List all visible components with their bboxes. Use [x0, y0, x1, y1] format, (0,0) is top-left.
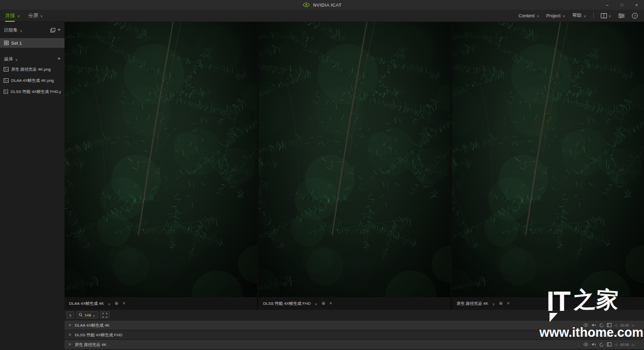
frame-box-icon[interactable] — [607, 333, 611, 337]
magnifier-icon — [79, 313, 83, 317]
chevron-down-icon: ∨ — [15, 58, 18, 61]
step-back-icon[interactable]: ◁ — [615, 324, 617, 327]
comparison-image-3[interactable] — [452, 22, 644, 297]
panel-label-bar-1: DLAA 4X帧生成 4K ∨ ⊕ × — [65, 297, 257, 310]
foliage-image — [259, 22, 450, 297]
visibility-eye-icon[interactable] — [583, 333, 589, 337]
menu-content[interactable]: Content ∨ — [519, 13, 539, 18]
image-icon — [4, 78, 9, 83]
loop-icon[interactable] — [599, 323, 604, 328]
zoom-control[interactable]: 148 ∨ — [76, 311, 98, 319]
window-title: NVIDIA ICAT — [313, 3, 341, 8]
panel-media-label: 原生 路径光追 4K — [457, 301, 488, 306]
svg-text:?: ? — [634, 13, 636, 18]
tab-split-screen[interactable]: 分屏 ∨ — [28, 10, 43, 22]
sliders-icon — [618, 13, 625, 18]
menu-content-label: Content — [519, 13, 535, 18]
target-icon[interactable]: ⊕ — [321, 301, 326, 306]
menu-help-label: 帮助 — [572, 12, 582, 19]
target-icon[interactable]: ⊕ — [499, 301, 503, 306]
media-row-label: DLSS 性能 4X帧生成 FHD — [75, 332, 122, 338]
chevron-up-icon: ∧ — [69, 313, 72, 317]
timecode: 00:00 — [620, 343, 629, 346]
adjustments-button[interactable] — [618, 13, 625, 18]
minimize-button[interactable]: – — [600, 0, 615, 10]
media-row-dlaa[interactable]: × DLAA 4X帧生成 4K ◁ 00:00 ▷ — [65, 320, 644, 330]
chevron-down-icon: ∨ — [584, 14, 586, 18]
menu-project[interactable]: Project ∨ — [546, 13, 565, 18]
foliage-image — [452, 22, 644, 297]
viewer-panel-3[interactable]: 原生 路径光追 4K ∨ ⊕ × — [452, 22, 644, 310]
chevron-down-icon[interactable]: ∨ — [492, 302, 495, 306]
target-icon[interactable]: ⊕ — [115, 301, 119, 306]
sidebar: 比较集 ∨ + Set 1 媒体 ∨ + 原生 路径光追 4K.png — [0, 22, 65, 350]
panel-label-bar-3: 原生 路径光追 4K ∨ ⊕ × — [452, 297, 644, 310]
add-set-button[interactable]: + — [57, 27, 60, 33]
close-icon[interactable]: × — [122, 301, 125, 306]
step-back-icon[interactable]: ◁ — [615, 333, 617, 337]
chevron-down-icon: ∨ — [20, 29, 22, 33]
remove-media-icon[interactable]: × — [69, 342, 71, 347]
media-item-label: 原生 路径光追 4K.png — [11, 67, 51, 72]
comparison-image-2[interactable] — [259, 22, 450, 297]
menu-help[interactable]: 帮助 ∨ — [572, 12, 586, 19]
visibility-eye-icon[interactable] — [583, 342, 589, 346]
chevron-down-icon: ∨ — [17, 14, 20, 18]
step-back-icon[interactable]: ◁ — [615, 343, 617, 346]
close-button[interactable]: × — [629, 0, 644, 10]
loop-icon[interactable] — [599, 342, 604, 347]
media-item-label: DLSS 性能 4X帧生成 FHD.png — [11, 89, 61, 94]
chevron-down-icon[interactable]: ∨ — [108, 302, 110, 306]
timecode: 00:00 — [620, 324, 629, 327]
chevron-down-icon[interactable]: ∨ — [315, 302, 317, 306]
comparison-viewer: DLAA 4X帧生成 4K ∨ ⊕ × DLSS 性能 4X帧生成 FHD ∨ … — [65, 22, 644, 310]
media-row-native[interactable]: × 原生 路径光追 4K ◁ 00:00 ▷ — [65, 339, 644, 349]
set-grid-icon — [4, 41, 9, 45]
media-header[interactable]: 媒体 ∨ + — [0, 55, 65, 63]
loop-icon[interactable] — [599, 333, 604, 337]
frame-box-icon[interactable] — [607, 342, 611, 346]
media-list-panel: ∧ 148 ∨ × DLAA 4X帧生成 4K — [65, 310, 644, 350]
step-forward-icon[interactable]: ▷ — [632, 324, 635, 327]
comparison-set-header[interactable]: 比较集 ∨ + — [0, 26, 65, 34]
remove-media-icon[interactable]: × — [69, 333, 71, 337]
mute-audio-icon[interactable] — [592, 323, 596, 327]
collection-icon[interactable] — [50, 28, 55, 33]
menu-bar: 并排 ∨ 分屏 ∨ Content ∨ Project ∨ 帮助 ∨ ∨ — [0, 10, 644, 22]
comparison-set-label: 比较集 — [4, 27, 18, 34]
frame-box-icon[interactable] — [607, 323, 611, 327]
tab-side-by-side-label: 并排 — [5, 12, 15, 19]
mute-audio-icon[interactable] — [592, 342, 596, 346]
restore-button[interactable]: □ — [615, 0, 629, 10]
tab-side-by-side[interactable]: 并排 ∨ — [5, 10, 20, 22]
chevron-down-icon: ∨ — [92, 314, 95, 317]
layout-selector[interactable]: ∨ — [601, 13, 611, 18]
columns-layout-icon — [601, 13, 607, 18]
add-media-button[interactable]: + — [57, 56, 60, 61]
close-icon[interactable]: × — [329, 301, 332, 306]
media-item-native[interactable]: 原生 路径光追 4K.png — [0, 64, 65, 74]
title-bar: NVIDIA ICAT – □ × — [0, 0, 644, 10]
foliage-image — [65, 22, 257, 297]
timecode: 00:00 — [620, 333, 629, 337]
remove-media-icon[interactable]: × — [69, 323, 71, 328]
media-item-dlss[interactable]: DLSS 性能 4X帧生成 FHD.png — [0, 86, 65, 97]
media-label: 媒体 — [4, 56, 13, 62]
step-forward-icon[interactable]: ▷ — [632, 343, 635, 346]
viewer-panel-2[interactable]: DLSS 性能 4X帧生成 FHD ∨ ⊕ × — [259, 22, 450, 310]
close-icon[interactable]: × — [507, 301, 509, 306]
fit-to-screen-button[interactable] — [100, 311, 110, 319]
panel-label-bar-2: DLSS 性能 4X帧生成 FHD ∨ ⊕ × — [259, 297, 450, 310]
sidebar-item-set1[interactable]: Set 1 — [0, 38, 65, 48]
step-forward-icon[interactable]: ▷ — [632, 333, 635, 337]
viewer-panel-1[interactable]: DLAA 4X帧生成 4K ∨ ⊕ × — [65, 22, 257, 310]
media-row-dlss[interactable]: × DLSS 性能 4X帧生成 FHD ◁ 00:00 ▷ — [65, 330, 644, 339]
media-item-dlaa[interactable]: DLAA 4X帧生成 4K.png — [0, 75, 65, 85]
help-button[interactable]: ? — [632, 13, 638, 19]
fit-screen-icon — [103, 313, 107, 317]
mute-audio-icon[interactable] — [592, 333, 596, 337]
menu-project-label: Project — [546, 13, 561, 18]
visibility-eye-icon[interactable] — [583, 323, 589, 327]
collapse-panel-button[interactable]: ∧ — [67, 311, 74, 319]
comparison-image-1[interactable] — [65, 22, 257, 297]
